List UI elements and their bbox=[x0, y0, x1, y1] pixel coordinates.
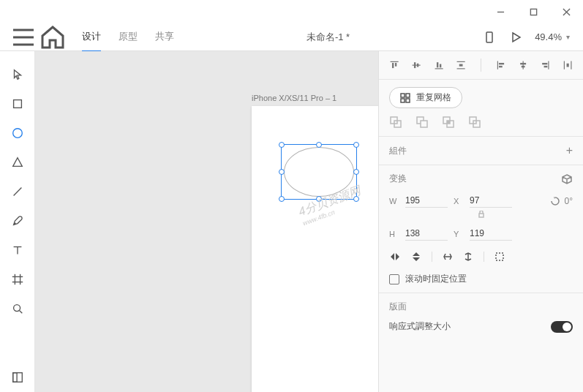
selection-bounds bbox=[281, 144, 357, 200]
svg-rect-52 bbox=[421, 121, 427, 127]
zoom-tool[interactable] bbox=[0, 294, 35, 323]
svg-rect-55 bbox=[447, 121, 450, 124]
x-input[interactable]: 97 bbox=[470, 194, 512, 208]
svg-rect-34 bbox=[499, 63, 504, 64]
maximize-button[interactable] bbox=[517, 0, 550, 23]
artboard-label[interactable]: iPhone X/XS/11 Pro – 1 bbox=[252, 94, 336, 102]
rotation-input[interactable]: 0° bbox=[565, 196, 573, 206]
boolean-exclude-icon[interactable] bbox=[468, 116, 481, 129]
svg-rect-23 bbox=[395, 63, 396, 67]
tab-share[interactable]: 共享 bbox=[155, 23, 174, 52]
dotted-bounds-icon[interactable] bbox=[494, 252, 505, 262]
distribute-v-icon[interactable] bbox=[456, 59, 466, 72]
resize-handle-tl[interactable] bbox=[279, 142, 285, 148]
align-hcenter-icon[interactable] bbox=[518, 59, 528, 72]
svg-rect-28 bbox=[437, 62, 438, 67]
text-tool[interactable] bbox=[0, 235, 35, 265]
svg-rect-7 bbox=[486, 32, 492, 42]
svg-line-10 bbox=[13, 188, 21, 196]
line-tool[interactable] bbox=[0, 177, 35, 206]
resize-handle-bc[interactable] bbox=[316, 196, 322, 202]
svg-rect-19 bbox=[12, 373, 22, 382]
boolean-subtract-icon[interactable] bbox=[415, 116, 429, 129]
height-input[interactable]: 138 bbox=[405, 227, 448, 241]
svg-rect-41 bbox=[544, 66, 548, 67]
rotate-icon bbox=[550, 196, 560, 206]
zoom-value: 49.4% bbox=[535, 31, 562, 42]
transform-section-label: 变换 bbox=[389, 173, 407, 185]
resize-handle-ml[interactable] bbox=[279, 169, 285, 175]
fix-scroll-checkbox[interactable] bbox=[389, 274, 399, 284]
svg-rect-35 bbox=[499, 66, 503, 67]
responsive-toggle[interactable] bbox=[551, 321, 573, 333]
distribute-h-icon[interactable] bbox=[563, 59, 573, 72]
svg-rect-20 bbox=[12, 373, 16, 382]
resize-handle-br[interactable] bbox=[353, 196, 359, 202]
svg-rect-37 bbox=[520, 63, 526, 64]
y-input[interactable]: 119 bbox=[470, 227, 512, 241]
responsive-label: 响应式調整大小 bbox=[389, 320, 451, 333]
tab-prototype[interactable]: 原型 bbox=[119, 23, 138, 52]
lock-aspect-icon[interactable] bbox=[478, 211, 485, 218]
svg-rect-48 bbox=[406, 99, 410, 102]
svg-point-9 bbox=[12, 129, 22, 138]
svg-rect-1 bbox=[530, 9, 536, 15]
canvas[interactable]: iPhone X/XS/11 Pro – 1 4分贝资源网www.4fb.cn bbox=[35, 51, 378, 392]
boolean-intersect-icon[interactable] bbox=[442, 116, 455, 129]
width-input[interactable]: 195 bbox=[405, 194, 448, 208]
align-vcenter-icon[interactable] bbox=[411, 59, 421, 72]
repeat-grid-button[interactable]: 重复网格 bbox=[389, 87, 462, 108]
resize-handle-tc[interactable] bbox=[316, 142, 322, 148]
pen-tool[interactable] bbox=[0, 206, 35, 235]
layout-section-label: 版面 bbox=[389, 301, 407, 313]
resize-handle-tr[interactable] bbox=[353, 142, 359, 148]
align-right-icon[interactable] bbox=[540, 59, 550, 72]
minimize-button[interactable] bbox=[484, 0, 517, 23]
home-button[interactable] bbox=[38, 23, 67, 51]
rectangle-tool[interactable] bbox=[0, 89, 35, 118]
document-title: 未命名-1 * bbox=[306, 31, 350, 44]
y-label: Y bbox=[454, 230, 464, 238]
boolean-add-icon[interactable] bbox=[389, 116, 402, 129]
svg-rect-47 bbox=[401, 99, 405, 102]
height-label: H bbox=[389, 230, 399, 238]
svg-rect-25 bbox=[414, 62, 415, 68]
polygon-tool[interactable] bbox=[0, 148, 35, 177]
svg-rect-26 bbox=[417, 64, 418, 67]
flip-vertical-icon[interactable] bbox=[411, 251, 421, 263]
select-tool[interactable] bbox=[0, 60, 35, 89]
align-pixel-v-icon[interactable] bbox=[463, 252, 473, 262]
svg-rect-8 bbox=[13, 100, 21, 108]
svg-line-18 bbox=[19, 311, 22, 314]
component-section-label: 組件 bbox=[389, 145, 407, 157]
svg-rect-29 bbox=[439, 64, 440, 67]
svg-rect-61 bbox=[496, 253, 503, 260]
align-left-icon[interactable] bbox=[496, 59, 506, 72]
width-label: W bbox=[389, 197, 399, 206]
svg-rect-45 bbox=[401, 94, 405, 97]
artboard-tool[interactable] bbox=[0, 265, 35, 294]
svg-point-17 bbox=[13, 305, 20, 312]
x-label: X bbox=[454, 197, 464, 206]
tab-design[interactable]: 设计 bbox=[82, 23, 101, 52]
flip-horizontal-icon[interactable] bbox=[389, 252, 401, 262]
close-button[interactable] bbox=[550, 0, 583, 23]
resize-handle-mr[interactable] bbox=[353, 169, 359, 175]
svg-rect-46 bbox=[406, 94, 410, 97]
repeat-grid-label: 重复网格 bbox=[416, 91, 451, 104]
ellipse-tool[interactable] bbox=[0, 118, 35, 148]
resize-handle-bl[interactable] bbox=[279, 196, 285, 202]
zoom-dropdown[interactable]: 49.4%▾ bbox=[535, 31, 570, 42]
align-top-icon[interactable] bbox=[389, 59, 399, 72]
device-preview-icon[interactable] bbox=[482, 30, 497, 45]
menu-button[interactable] bbox=[9, 23, 38, 51]
align-pixel-icon[interactable] bbox=[443, 252, 453, 262]
fix-scroll-label: 滚动时固定位置 bbox=[405, 273, 467, 285]
align-bottom-icon[interactable] bbox=[434, 59, 444, 72]
svg-rect-58 bbox=[479, 214, 484, 217]
play-button[interactable] bbox=[508, 30, 523, 45]
svg-rect-40 bbox=[543, 63, 548, 64]
assets-panel-button[interactable] bbox=[0, 363, 35, 392]
add-component-button[interactable]: + bbox=[566, 144, 573, 157]
three-d-icon[interactable] bbox=[561, 173, 573, 185]
